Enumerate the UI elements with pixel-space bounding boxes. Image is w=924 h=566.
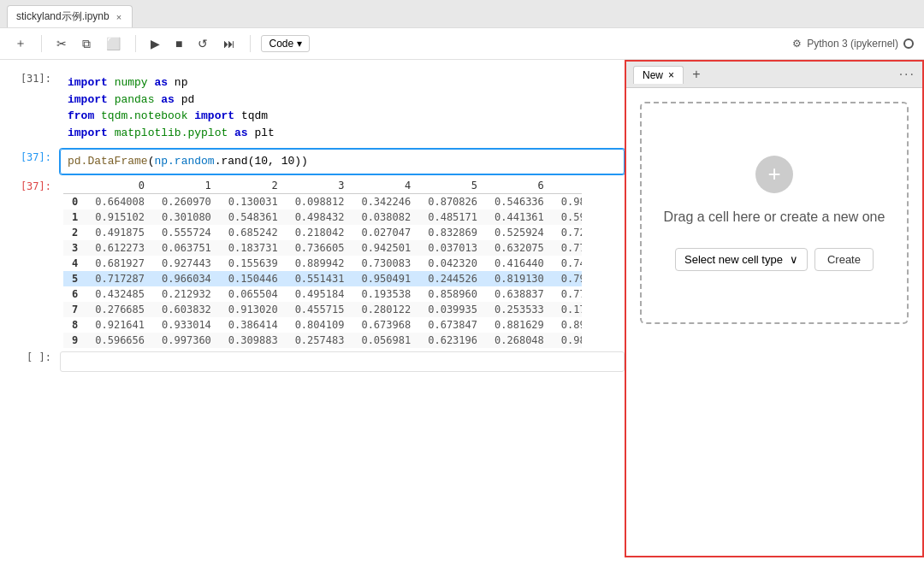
panel-tab-new[interactable]: New × — [633, 66, 684, 84]
kernel-status-circle — [903, 38, 914, 49]
table-row: 3 0.6122730.0637510.1837310.736605 0.942… — [63, 240, 582, 256]
df-col-7: 7 — [553, 178, 582, 194]
table-row-highlighted: 5 0.7172870.9660340.1504460.551431 0.950… — [63, 271, 582, 286]
cell-37-code: pd.DataFrame(np.random.rand(10, 10)) — [68, 153, 617, 170]
create-button[interactable]: Create — [814, 248, 874, 271]
df-col-5: 5 — [419, 178, 486, 194]
df-col-header-idx — [63, 178, 86, 194]
panel-tab-label: New — [643, 69, 663, 81]
notebook-container: [31]: import numpy as np import pandas a… — [0, 60, 924, 557]
chevron-down-icon: ▾ — [297, 38, 302, 50]
empty-cell-box[interactable] — [60, 351, 625, 372]
cell-31-content[interactable]: import numpy as np import pandas as pd f… — [60, 70, 625, 145]
df-col-2: 2 — [220, 178, 287, 194]
cell-37-output: [37]: 0 1 2 3 4 5 6 7 — [0, 176, 625, 350]
tab-bar: stickyland示例.ipynb × — [0, 0, 924, 27]
table-row: 1 0.9151020.3010800.5483610.498432 0.038… — [63, 209, 582, 225]
table-row: 4 0.6819270.9274430.1556390.889942 0.730… — [63, 256, 582, 271]
chevron-down-icon: ∨ — [790, 253, 798, 266]
panel-body: + Drag a cell here or create a new one S… — [626, 88, 922, 556]
drop-zone-plus-icon: + — [767, 161, 780, 187]
cell-37-indicator: [37]: — [0, 149, 60, 174]
drop-zone-plus-circle: + — [755, 156, 793, 193]
df-col-6: 6 — [486, 178, 553, 194]
empty-cell-indicator: [ ]: — [0, 351, 60, 372]
cell-31-indicator: [31]: — [0, 70, 60, 145]
output-37-indicator: [37]: — [0, 178, 60, 348]
cell-type-label: Code — [269, 38, 293, 50]
gear-icon: ⚙ — [792, 38, 802, 50]
cell-31[interactable]: [31]: import numpy as np import pandas a… — [0, 68, 625, 147]
paste-button[interactable]: ⬜ — [102, 34, 125, 53]
dataframe-table: 0 1 2 3 4 5 6 7 8 9 — [63, 178, 582, 348]
panel-menu-dots[interactable]: ··· — [899, 67, 915, 82]
drop-zone[interactable]: + Drag a cell here or create a new one S… — [640, 102, 909, 324]
cell-type-selector[interactable]: Code ▾ — [261, 35, 310, 52]
dataframe-output: 0 1 2 3 4 5 6 7 8 9 — [60, 178, 582, 348]
restart-run-button[interactable]: ⏭ — [219, 34, 240, 53]
cell-31-code: import numpy as np import pandas as pd f… — [68, 74, 617, 141]
restart-button[interactable]: ↺ — [193, 34, 212, 53]
cell-37[interactable]: [37]: pd.DataFrame(np.random.rand(10, 10… — [0, 147, 625, 176]
toolbar-divider-1 — [41, 35, 42, 52]
stop-button[interactable]: ■ — [171, 34, 187, 53]
run-button[interactable]: ▶ — [146, 34, 164, 53]
table-row: 6 0.4324850.2129320.0655040.495184 0.193… — [63, 286, 582, 302]
table-row: 0 0.6640080.2609700.1300310.098812 0.342… — [63, 193, 582, 209]
kernel-info: ⚙ Python 3 (ipykernel) — [792, 38, 914, 50]
table-row: 8 0.9216410.9330140.3864140.804109 0.673… — [63, 317, 582, 333]
browser-tab[interactable]: stickyland示例.ipynb × — [7, 5, 133, 27]
kernel-label: Python 3 (ipykernel) — [807, 38, 898, 50]
table-row: 7 0.2766850.6038320.9130200.455715 0.280… — [63, 302, 582, 317]
panel-tab-close[interactable]: × — [668, 69, 674, 81]
cut-button[interactable]: ✂ — [52, 34, 71, 53]
empty-cell[interactable]: [ ]: — [0, 350, 625, 374]
cell-37-content[interactable]: pd.DataFrame(np.random.rand(10, 10)) — [60, 149, 625, 174]
table-row: 9 0.5966560.9973600.3098830.257483 0.056… — [63, 333, 582, 348]
panel-tab-add-button[interactable]: + — [687, 65, 706, 84]
drop-zone-text: Drag a cell here or create a new one — [664, 207, 886, 227]
toolbar: ＋ ✂ ⧉ ⬜ ▶ ■ ↺ ⏭ Code ▾ ⚙ Python 3 (ipyke… — [0, 28, 924, 60]
panel-header: New × + ··· — [626, 62, 922, 88]
table-row: 2 0.4918750.5557240.6852420.218042 0.027… — [63, 225, 582, 240]
plus-icon: + — [692, 67, 700, 82]
browser-chrome: stickyland示例.ipynb × — [0, 0, 924, 28]
cell-type-dropdown-label: Select new cell type — [684, 253, 783, 266]
df-col-0: 0 — [86, 178, 153, 194]
toolbar-divider-2 — [135, 35, 136, 52]
copy-button[interactable]: ⧉ — [78, 34, 95, 54]
drop-zone-actions: Select new cell type ∨ Create — [675, 248, 874, 271]
toolbar-divider-3 — [250, 35, 251, 52]
new-tab-panel: New × + ··· + Drag a cell here or create… — [625, 60, 924, 557]
df-col-3: 3 — [287, 178, 353, 194]
tab-close-button[interactable]: × — [116, 12, 121, 22]
df-col-1: 1 — [153, 178, 220, 194]
cell-type-dropdown[interactable]: Select new cell type ∨ — [675, 248, 808, 271]
tab-title: stickyland示例.ipynb — [16, 9, 110, 24]
notebook-content: [31]: import numpy as np import pandas a… — [0, 60, 625, 557]
add-cell-button[interactable]: ＋ — [10, 33, 31, 54]
df-col-4: 4 — [352, 178, 419, 194]
